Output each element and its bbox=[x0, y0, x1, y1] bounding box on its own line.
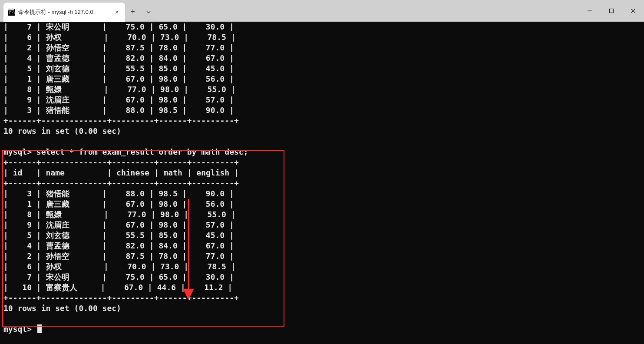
titlebar: C:\ 命令提示符 - mysql -h 127.0.0. × + bbox=[0, 0, 644, 22]
cursor bbox=[37, 324, 42, 333]
svg-text:C:\: C:\ bbox=[9, 11, 15, 15]
new-tab-button[interactable]: + bbox=[125, 3, 141, 21]
active-tab[interactable]: C:\ 命令提示符 - mysql -h 127.0.0. × bbox=[3, 3, 125, 22]
close-window-button[interactable] bbox=[622, 2, 644, 20]
titlebar-spacer bbox=[156, 0, 579, 21]
terminal-output: | 7 | 宋公明 | 75.0 | 65.0 | 30.0 | | 6 | 孙… bbox=[0, 22, 252, 334]
terminal-viewport[interactable]: | 7 | 宋公明 | 75.0 | 65.0 | 30.0 | | 6 | 孙… bbox=[0, 22, 644, 344]
window-controls bbox=[579, 0, 644, 21]
maximize-button[interactable] bbox=[601, 2, 622, 20]
svg-rect-4 bbox=[610, 9, 614, 13]
minimize-button[interactable] bbox=[579, 2, 601, 20]
tab-title: 命令提示符 - mysql -h 127.0.0. bbox=[18, 8, 109, 16]
svg-rect-1 bbox=[8, 9, 14, 10]
terminal-icon: C:\ bbox=[8, 9, 15, 16]
tab-close-button[interactable]: × bbox=[113, 8, 121, 16]
tab-dropdown-button[interactable] bbox=[141, 3, 156, 21]
